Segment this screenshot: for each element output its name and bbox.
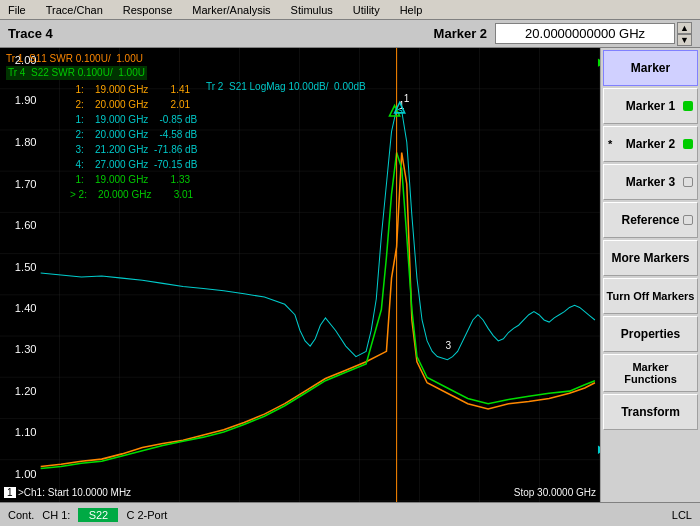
stop-freq: Stop 30.0000 GHz: [514, 487, 596, 498]
svg-text:1.70: 1.70: [15, 178, 37, 190]
cont-label: Cont.: [8, 509, 34, 521]
marker-readout-6: 1: 19.000 GHz 1.33: [70, 172, 197, 187]
menu-response[interactable]: Response: [119, 2, 177, 18]
marker-value-box[interactable]: 20.0000000000 GHz: [495, 23, 675, 44]
marker-readout-0: 1: 19.000 GHz 1.41: [70, 82, 197, 97]
svg-text:1.80: 1.80: [15, 136, 37, 148]
ch1-mode: C 2-Port: [126, 509, 167, 521]
btn-properties[interactable]: Properties: [603, 316, 698, 352]
chart-number: 1: [4, 487, 16, 498]
btn-more-markers[interactable]: More Markers: [603, 240, 698, 276]
marker2-dot: [683, 139, 693, 149]
trace-label-2: Tr 2 S21 LogMag 10.00dB/ 0.00dB: [206, 80, 366, 94]
main: Tr 1 S11 SWR 0.100U/ 1.00U Tr 4 S22 SWR …: [0, 48, 700, 502]
btn-marker-1[interactable]: Marker 1: [603, 88, 698, 124]
trace-label-1: Tr 1 S11 SWR 0.100U/ 1.00U: [6, 52, 366, 66]
btn-marker-3[interactable]: Marker 3: [603, 164, 698, 200]
btn-marker-functions[interactable]: Marker Functions: [603, 354, 698, 392]
right-panel: Marker Marker 1 * Marker 2 Marker 3 Refe…: [600, 48, 700, 502]
btn-marker-2[interactable]: * Marker 2: [603, 126, 698, 162]
btn-turn-off-markers[interactable]: Turn Off Markers: [603, 278, 698, 314]
svg-text:1.50: 1.50: [15, 261, 37, 273]
lcl-label: LCL: [672, 509, 692, 521]
svg-text:1.40: 1.40: [15, 301, 37, 313]
chart-container: Tr 1 S11 SWR 0.100U/ 1.00U Tr 4 S22 SWR …: [0, 48, 600, 502]
marker-down-arrow[interactable]: ▼: [677, 34, 692, 46]
marker2-star: *: [608, 138, 612, 150]
menu-tracechan[interactable]: Trace/Chan: [42, 2, 107, 18]
svg-text:1.20: 1.20: [15, 385, 37, 397]
btn-marker[interactable]: Marker: [603, 50, 698, 86]
btn-transform[interactable]: Transform: [603, 394, 698, 430]
svg-text:1.90: 1.90: [15, 94, 37, 106]
marker-label: Marker 2: [434, 26, 487, 41]
svg-text:1.30: 1.30: [15, 343, 37, 355]
svg-text:1.60: 1.60: [15, 219, 37, 231]
start-freq: >Ch1: Start 10.0000 MHz: [18, 487, 131, 498]
marker-readout-2: 1: 19.000 GHz -0.85 dB: [70, 112, 197, 127]
svg-marker-23: [598, 446, 600, 454]
svg-text:1.10: 1.10: [15, 426, 37, 438]
svg-text:1: 1: [404, 93, 410, 104]
marker-readout-4: 3: 21.200 GHz -71.86 dB: [70, 142, 197, 157]
marker-readout-7: > 2: 20.000 GHz 3.01: [70, 187, 197, 202]
svg-marker-22: [598, 58, 600, 66]
menu-marker-analysis[interactable]: Marker/Analysis: [188, 2, 274, 18]
ch1-label: CH 1:: [42, 509, 70, 521]
marker1-dot: [683, 101, 693, 111]
svg-text:1.00: 1.00: [15, 468, 37, 480]
menu-stimulus[interactable]: Stimulus: [287, 2, 337, 18]
marker-readouts: 1: 19.000 GHz 1.41 2: 20.000 GHz 2.01 1:…: [70, 82, 197, 202]
marker-readout-5: 4: 27.000 GHz -70.15 dB: [70, 157, 197, 172]
btn-reference[interactable]: Reference: [603, 202, 698, 238]
reference-dot: [683, 215, 693, 225]
marker-arrows[interactable]: ▲ ▼: [677, 22, 692, 46]
marker3-dot: [683, 177, 693, 187]
marker-readout-3: 2: 20.000 GHz -4.58 dB: [70, 127, 197, 142]
menu-file[interactable]: File: [4, 2, 30, 18]
menu-help[interactable]: Help: [396, 2, 427, 18]
marker-up-arrow[interactable]: ▲: [677, 22, 692, 34]
menu-utility[interactable]: Utility: [349, 2, 384, 18]
svg-text:3: 3: [445, 340, 451, 351]
ch1-param: S22: [78, 508, 118, 522]
titlebar: Trace 4 Marker 2 20.0000000000 GHz ▲ ▼: [0, 20, 700, 48]
menubar: File Trace/Chan Response Marker/Analysis…: [0, 0, 700, 20]
bottom-bar: Cont. CH 1: S22 C 2-Port LCL: [0, 502, 700, 526]
trace-label-4: Tr 4 S22 SWR 0.100U/ 1.00U: [6, 66, 147, 80]
trace-label: Trace 4: [8, 26, 53, 41]
marker-readout-1: 2: 20.000 GHz 2.01: [70, 97, 197, 112]
